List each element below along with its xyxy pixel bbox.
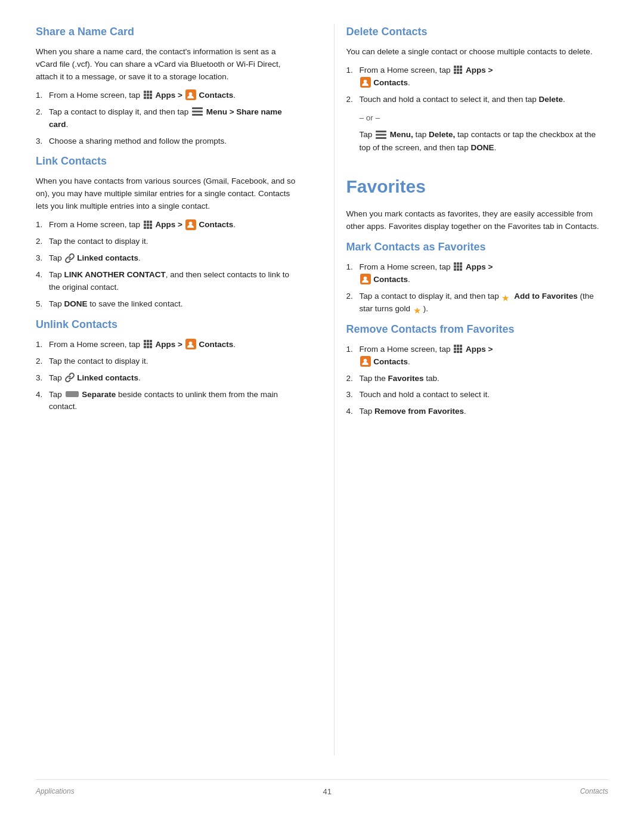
- share-name-card-steps: 1. From a Home screen, tap: [36, 89, 298, 148]
- svg-rect-28: [150, 343, 152, 345]
- delete-contacts-intro: You can delete a single contact or choos…: [346, 46, 609, 58]
- unlink-step-1: 1. From a Home screen, tap: [36, 339, 298, 351]
- svg-rect-59: [454, 348, 456, 350]
- menu-icon: [376, 130, 386, 138]
- link-step-4: 4. Tap LINK ANOTHER CONTACT, and then se…: [36, 269, 298, 294]
- footer-center: 41: [323, 786, 331, 798]
- svg-rect-1: [147, 91, 149, 93]
- svg-rect-63: [457, 351, 459, 353]
- svg-rect-3: [144, 94, 146, 96]
- mark-favorites-section: Mark Contacts as Favorites 1. From a Hom…: [346, 239, 609, 315]
- svg-rect-10: [192, 107, 203, 109]
- unlink-step-4: 4. Tap Separate beside contacts to unlin…: [36, 389, 298, 414]
- unlink-contacts-steps: 1. From a Home screen, tap: [36, 339, 298, 414]
- mark-fav-step-1: 1. From a Home screen, tap: [346, 261, 609, 286]
- svg-rect-47: [457, 262, 459, 265]
- link-contacts-steps: 1. From a Home screen, tap: [36, 219, 298, 311]
- svg-rect-64: [460, 351, 462, 353]
- contacts-icon: [185, 89, 196, 100]
- share-step-3: 3. Choose a sharing method and follow th…: [36, 135, 298, 148]
- menu-icon: [192, 107, 203, 116]
- svg-rect-31: [150, 346, 152, 348]
- unlink-step-3: 3. Tap Linked contacts.: [36, 372, 298, 385]
- apps-icon: [453, 262, 463, 271]
- svg-rect-51: [460, 265, 462, 268]
- link-step-5: 5. Tap DONE to save the linked contact.: [36, 298, 298, 311]
- apps-icon: [143, 220, 153, 230]
- svg-rect-60: [457, 348, 459, 350]
- footer: Applications 41 Contacts: [36, 779, 608, 798]
- svg-rect-2: [150, 91, 152, 93]
- svg-rect-12: [192, 114, 203, 116]
- svg-rect-43: [376, 131, 386, 132]
- svg-rect-41: [460, 72, 462, 74]
- link-step-2: 2. Tap the contact to display it.: [36, 236, 298, 248]
- separate-icon: [66, 391, 79, 397]
- mark-favorites-title: Mark Contacts as Favorites: [346, 239, 609, 255]
- svg-rect-36: [454, 69, 456, 71]
- svg-rect-52: [454, 268, 456, 271]
- apps-icon: [143, 339, 153, 349]
- svg-rect-50: [457, 265, 459, 268]
- share-step-1: 1. From a Home screen, tap: [36, 89, 298, 102]
- svg-rect-21: [150, 227, 152, 229]
- svg-rect-18: [150, 224, 152, 226]
- svg-rect-38: [460, 69, 462, 71]
- apps-icon: [453, 344, 463, 354]
- link-step-3: 3. Tap Linked contacts.: [36, 252, 298, 265]
- footer-left: Applications: [36, 786, 75, 797]
- svg-point-55: [364, 277, 367, 280]
- svg-rect-40: [457, 72, 459, 74]
- svg-rect-7: [147, 97, 149, 99]
- svg-rect-37: [457, 69, 459, 71]
- svg-rect-0: [144, 91, 146, 93]
- delete-contacts-steps: 1. From a Home screen, tap: [346, 64, 609, 106]
- unlink-step-2: 2. Tap the contact to display it.: [36, 355, 298, 368]
- link-step-1: 1. From a Home screen, tap: [36, 219, 298, 231]
- remove-fav-step-4: 4. Tap Remove from Favorites.: [346, 405, 609, 418]
- contacts-icon: [185, 219, 196, 230]
- or-separator: – or –: [360, 112, 609, 124]
- link-contacts-title: Link Contacts: [36, 153, 298, 169]
- unlink-contacts-section: Unlink Contacts 1. From a Home screen, t…: [36, 317, 298, 414]
- delete-step-1: 1. From a Home screen, tap: [346, 64, 609, 89]
- svg-rect-30: [147, 346, 149, 348]
- favorites-heading: Favorites: [346, 173, 609, 200]
- delete-contacts-section: Delete Contacts You can delete a single …: [346, 24, 609, 154]
- svg-rect-33: [454, 66, 456, 68]
- contacts-icon: [185, 339, 196, 349]
- share-name-card-section: Share a Name Card When you share a name …: [36, 24, 298, 147]
- svg-rect-29: [144, 346, 146, 348]
- star-gold-icon: ★: [413, 304, 423, 313]
- svg-rect-58: [460, 345, 462, 347]
- remove-favorites-section: Remove Contacts from Favorites 1. From a…: [346, 321, 609, 419]
- svg-rect-62: [454, 351, 456, 353]
- svg-point-42: [364, 79, 367, 83]
- svg-rect-26: [144, 343, 146, 345]
- svg-point-22: [189, 222, 193, 225]
- remove-favorites-title: Remove Contacts from Favorites: [346, 321, 609, 337]
- svg-rect-8: [150, 97, 152, 99]
- svg-rect-56: [454, 345, 456, 347]
- link-contacts-section: Link Contacts When you have contacts fro…: [36, 153, 298, 310]
- svg-rect-48: [460, 262, 462, 265]
- mark-favorites-steps: 1. From a Home screen, tap: [346, 261, 609, 315]
- svg-rect-11: [192, 111, 203, 113]
- svg-rect-49: [454, 265, 456, 268]
- svg-rect-54: [460, 268, 462, 271]
- svg-rect-14: [147, 221, 149, 223]
- svg-point-9: [189, 92, 193, 95]
- delete-step-2: 2. Touch and hold a contact to select it…: [346, 94, 609, 106]
- share-name-card-title: Share a Name Card: [36, 24, 298, 40]
- svg-rect-53: [457, 268, 459, 271]
- favorites-intro: When you mark contacts as favorites, the…: [346, 208, 609, 233]
- apps-icon: [453, 65, 463, 75]
- share-step-2: 2. Tap a contact to display it, and then…: [36, 106, 298, 131]
- svg-rect-17: [147, 224, 149, 226]
- svg-rect-19: [144, 227, 146, 229]
- svg-rect-46: [454, 262, 456, 265]
- svg-rect-35: [460, 66, 462, 68]
- apps-icon: [143, 90, 153, 100]
- svg-rect-4: [147, 94, 149, 96]
- svg-rect-25: [150, 340, 152, 342]
